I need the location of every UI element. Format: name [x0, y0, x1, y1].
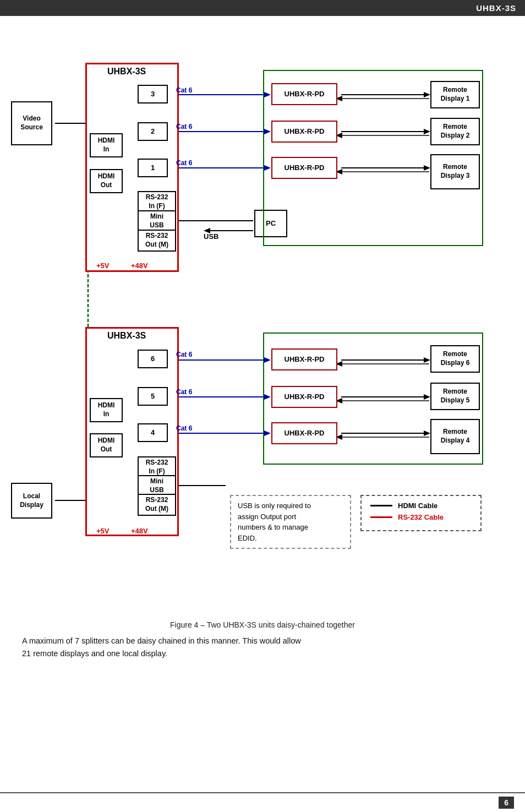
svg-marker-2 — [264, 92, 271, 97]
remote-display-5-label: Remote Display 5 — [441, 388, 470, 405]
remote-display-1-box: Remote Display 1 — [430, 81, 480, 108]
header-bar: UHBX-3S — [0, 0, 525, 16]
hdmi-in-unit2-label: HDMI In — [98, 401, 115, 418]
mini-usb-unit1-box: Mini USB — [138, 210, 176, 232]
hdmi-line-sample — [370, 505, 392, 506]
power-5v-unit1-label: +5V — [96, 261, 110, 270]
rs232-line-sample — [370, 516, 392, 518]
svg-marker-32 — [264, 357, 271, 363]
svg-marker-4 — [264, 129, 271, 134]
power-48v-unit1-label: +48V — [131, 261, 148, 270]
rs232-out-unit1-box: RS-232 Out (M) — [138, 230, 176, 252]
hdmi-in-unit1-label: HDMI In — [98, 137, 115, 154]
uhbx-rpd-2-label: UHBX-R-PD — [285, 127, 325, 137]
power-48v-unit2-label: +48V — [131, 527, 148, 535]
uhbx-rpd-4-box: UHBX-R-PD — [271, 348, 337, 370]
remote-display-6-box: Remote Display 6 — [430, 345, 480, 373]
usb-label: USB — [204, 232, 218, 241]
footer: 6 — [0, 792, 525, 812]
uhbx-rpd-5-label: UHBX-R-PD — [285, 393, 325, 402]
hdmi-out-unit1-label: HDMI Out — [98, 172, 115, 189]
remote-display-4-box: Remote Display 4 — [430, 419, 480, 454]
uhbx-rpd-1-box: UHBX-R-PD — [271, 83, 337, 105]
cat6-6-label: Cat 6 — [176, 424, 192, 432]
port4-box: 4 — [138, 423, 168, 442]
hdmi-out-unit2-label: HDMI Out — [98, 437, 115, 454]
remote-display-3-box: Remote Display 3 — [430, 154, 480, 189]
uhbx-rpd-3-box: UHBX-R-PD — [271, 157, 337, 179]
cat6-3-label: Cat 6 — [176, 159, 192, 167]
pc-box: PC — [254, 210, 287, 237]
uhbx3s-unit2-title: UHBX-3S — [107, 331, 146, 341]
hdmi-cable-label: HDMI Cable — [398, 502, 438, 510]
remote-display-4-label: Remote Display 4 — [441, 428, 470, 445]
remote-display-2-box: Remote Display 2 — [430, 118, 480, 145]
uhbx-rpd-4-label: UHBX-R-PD — [285, 355, 325, 364]
local-display-label: Local Display — [20, 492, 43, 509]
video-source-label: Video Source — [20, 115, 43, 132]
rs232-out-unit1-label: RS-232 Out (M) — [145, 232, 168, 249]
rs232-in-unit1-label: RS-232 In (F) — [146, 193, 168, 210]
legend-rs232: RS-232 Cable — [370, 513, 472, 521]
diagram-area: Video Source UHBX-3S 3 2 1 HDMI In HDMI … — [0, 16, 525, 611]
hdmi-in-unit2-box: HDMI In — [90, 398, 123, 422]
figure-caption: Figure 4 – Two UHBX-3S units daisy-chain… — [0, 620, 525, 629]
rs232-out-unit2-label: RS-232 Out (M) — [145, 496, 168, 513]
svg-marker-42 — [424, 394, 430, 400]
port5-box: 5 — [138, 387, 168, 406]
remote-display-6-label: Remote Display 6 — [441, 350, 470, 367]
port3-box: 3 — [138, 85, 168, 103]
hdmi-out-unit1-box: HDMI Out — [90, 169, 123, 193]
note-text: USB is only required to assign Output po… — [238, 502, 311, 542]
hdmi-out-unit2-box: HDMI Out — [90, 433, 123, 457]
remote-display-2-label: Remote Display 2 — [441, 123, 470, 140]
cat6-4-label: Cat 6 — [176, 351, 192, 358]
port2-box: 2 — [138, 122, 168, 141]
svg-marker-6 — [264, 165, 271, 171]
header-title: UHBX-3S — [476, 3, 516, 13]
uhbx-rpd-6-label: UHBX-R-PD — [285, 429, 325, 438]
cat6-1-label: Cat 6 — [176, 86, 192, 94]
remote-display-1-label: Remote Display 1 — [441, 86, 470, 103]
power-5v-unit2-label: +5V — [96, 527, 110, 535]
uhbx-rpd-6-box: UHBX-R-PD — [271, 422, 337, 444]
rs232-cable-label: RS-232 Cable — [398, 513, 444, 521]
svg-marker-36 — [264, 430, 271, 436]
port6-box: 6 — [138, 350, 168, 368]
note-box: USB is only required to assign Output po… — [230, 495, 351, 549]
mini-usb-unit1-label: Mini USB — [150, 212, 163, 230]
rs232-in-unit1-box: RS-232 In (F) — [138, 191, 176, 213]
remote-display-5-box: Remote Display 5 — [430, 383, 480, 410]
legend-box: HDMI Cable RS-232 Cable — [360, 495, 482, 531]
svg-marker-46 — [424, 430, 430, 436]
cat6-5-label: Cat 6 — [176, 388, 192, 396]
svg-marker-16 — [424, 165, 430, 171]
svg-marker-38 — [424, 357, 430, 363]
svg-marker-34 — [264, 394, 271, 400]
uhbx-rpd-1-label: UHBX-R-PD — [285, 90, 325, 99]
page-number: 6 — [499, 797, 514, 809]
uhbx-rpd-2-box: UHBX-R-PD — [271, 121, 337, 143]
remote-display-3-label: Remote Display 3 — [441, 163, 470, 180]
uhbx-rpd-3-label: UHBX-R-PD — [285, 164, 325, 173]
hdmi-in-unit1-box: HDMI In — [90, 133, 123, 157]
uhbx-rpd-5-box: UHBX-R-PD — [271, 386, 337, 408]
body-text: A maximum of 7 splitters can be daisy ch… — [22, 635, 503, 660]
mini-usb-unit2-label: Mini USB — [150, 477, 163, 494]
video-source-box: Video Source — [11, 101, 52, 145]
pc-label: PC — [266, 219, 276, 228]
legend-hdmi: HDMI Cable — [370, 502, 472, 510]
cat6-2-label: Cat 6 — [176, 123, 192, 130]
svg-marker-8 — [424, 92, 430, 97]
uhbx3s-unit1-title: UHBX-3S — [107, 67, 146, 77]
local-display-box: Local Display — [11, 483, 52, 519]
svg-marker-12 — [424, 129, 430, 134]
rs232-in-unit2-label: RS-232 In (F) — [146, 459, 168, 476]
rs232-out-unit2-box: RS-232 Out (M) — [138, 494, 176, 516]
port1-box: 1 — [138, 159, 168, 177]
